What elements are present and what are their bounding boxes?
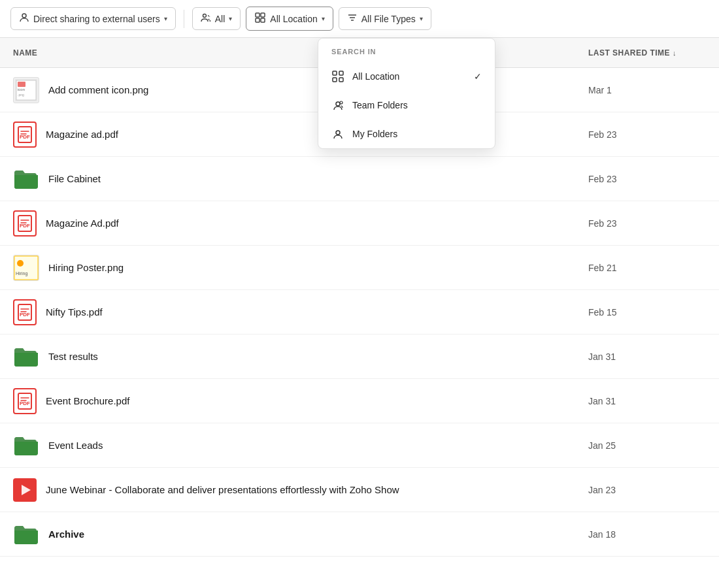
location-dropdown: SEARCH IN All Location ✓ Team Folders [318, 38, 495, 149]
file-name: Test results [48, 351, 98, 362]
row-name-cell: PDF Magazine ad.pdf [13, 122, 588, 148]
file-name: Magazine ad.pdf [46, 129, 118, 140]
file-name: June Webinar - Collaborate and deliver p… [46, 484, 399, 495]
toolbar-divider [184, 10, 184, 28]
check-icon: ✓ [474, 71, 482, 82]
all-users-icon [201, 12, 211, 25]
row-name-cell: Test results [13, 345, 588, 368]
file-name: Event Brochure.pdf [46, 395, 129, 406]
file-name: File Cabinet [48, 173, 101, 184]
my-folders-icon [331, 127, 344, 140]
svg-text:.png: .png [18, 93, 24, 97]
all-location-label: All Location [352, 71, 399, 82]
svg-point-0 [22, 14, 26, 18]
svg-text:PDF: PDF [20, 223, 30, 229]
svg-text:PDF: PDF [20, 312, 30, 318]
chevron-down-icon-4: ▾ [420, 15, 423, 22]
row-date: Jan 25 [588, 440, 706, 451]
row-date: Jan 23 [588, 485, 706, 495]
svg-text:PDF: PDF [20, 400, 30, 406]
svg-text:PDF: PDF [20, 134, 30, 140]
svg-rect-5 [261, 18, 265, 22]
row-date: Feb 23 [588, 218, 706, 229]
pdf-icon: PDF [13, 299, 37, 325]
row-date: Mar 1 [588, 85, 706, 95]
toolbar: Direct sharing to external users ▾ All ▾… [0, 0, 719, 38]
pdf-icon: PDF [13, 122, 37, 148]
svg-rect-2 [256, 13, 259, 17]
file-name: Nifty Tips.pdf [46, 306, 103, 318]
row-date: Jan 18 [588, 529, 706, 540]
row-date: Feb 21 [588, 263, 706, 273]
table-row[interactable]: File Cabinet Feb 23 [0, 157, 719, 201]
table-row[interactable]: Test results Jan 31 [0, 335, 719, 379]
svg-rect-7 [339, 71, 343, 75]
my-folders-label: My Folders [352, 129, 397, 139]
svg-rect-3 [261, 13, 265, 17]
svg-rect-6 [333, 71, 337, 75]
svg-rect-8 [333, 78, 337, 82]
chevron-down-icon: ▾ [164, 15, 167, 22]
table-row[interactable]: Archive Jan 18 [0, 512, 719, 557]
svg-rect-15 [18, 82, 25, 87]
svg-point-11 [340, 101, 343, 104]
svg-rect-4 [256, 18, 259, 22]
folder-icon [13, 523, 39, 546]
row-name-cell: File Cabinet [13, 167, 588, 191]
table-row[interactable]: Hiring Hiring Poster.png Feb 21 [0, 246, 719, 290]
file-name: Add comment icon.png [48, 84, 148, 95]
svg-text:icon: icon [18, 88, 25, 91]
sort-desc-icon: ↓ [673, 49, 677, 57]
presentation-icon [13, 478, 37, 502]
row-name-cell: PDF Nifty Tips.pdf [13, 299, 588, 325]
row-date: Feb 23 [588, 174, 706, 184]
row-name-cell: Event Leads [13, 434, 588, 457]
svg-rect-23 [14, 256, 38, 280]
dropdown-item-team-folders[interactable]: Team Folders [318, 91, 495, 120]
dropdown-item-all-location[interactable]: All Location ✓ [318, 62, 495, 91]
row-name-cell: PDF Event Brochure.pdf [13, 388, 588, 414]
row-name-cell: Hiring Hiring Poster.png [13, 255, 588, 281]
svg-rect-9 [339, 78, 343, 82]
folder-icon [13, 345, 39, 368]
pdf-icon: PDF [13, 210, 37, 237]
row-name-cell: June Webinar - Collaborate and deliver p… [13, 478, 588, 502]
file-name: Magazine Ad.pdf [46, 218, 119, 229]
table-row[interactable]: June Webinar - Collaborate and deliver p… [0, 468, 719, 512]
svg-point-24 [17, 260, 24, 267]
all-filter-label: All [215, 14, 226, 24]
sharing-filter-button[interactable]: Direct sharing to external users ▾ [10, 7, 176, 30]
svg-point-12 [336, 131, 340, 135]
svg-text:Hiring: Hiring [16, 271, 27, 276]
team-folders-icon [331, 99, 344, 112]
location-filter-label: All Location [270, 14, 317, 24]
file-name: Hiring Poster.png [48, 262, 124, 273]
file-type-filter-button[interactable]: All File Types ▾ [339, 7, 431, 30]
hiring-poster-icon: Hiring [13, 255, 39, 281]
file-type-filter-label: All File Types [361, 14, 416, 24]
dropdown-header: SEARCH IN [318, 39, 495, 62]
table-row[interactable]: PDF Event Brochure.pdf Jan 31 [0, 379, 719, 423]
row-date: Feb 15 [588, 307, 706, 318]
all-filter-button[interactable]: All ▾ [192, 7, 241, 30]
svg-point-1 [203, 14, 206, 18]
table-row[interactable]: Event Leads Jan 25 [0, 423, 719, 468]
row-name-cell: icon .png Add comment icon.png [13, 77, 588, 103]
person-icon [19, 12, 29, 25]
location-filter-button[interactable]: All Location ▾ [246, 7, 333, 31]
column-name-header: NAME [13, 48, 588, 57]
pdf-icon: PDF [13, 388, 37, 414]
dropdown-item-my-folders[interactable]: My Folders [318, 120, 495, 148]
column-date-header: LAST SHARED TIME ↓ [588, 48, 706, 57]
svg-point-10 [336, 102, 340, 106]
row-name-cell: Archive [13, 523, 588, 546]
all-location-icon [331, 70, 344, 83]
image-icon: icon .png [13, 77, 39, 103]
table-row[interactable]: PDF Nifty Tips.pdf Feb 15 [0, 290, 719, 335]
chevron-down-icon-2: ▾ [229, 15, 232, 22]
filter-icon [347, 12, 358, 25]
chevron-down-icon-3: ▾ [322, 15, 325, 22]
folder-icon [13, 167, 39, 191]
row-name-cell: PDF Magazine Ad.pdf [13, 210, 588, 237]
table-row[interactable]: PDF Magazine Ad.pdf Feb 23 [0, 201, 719, 246]
